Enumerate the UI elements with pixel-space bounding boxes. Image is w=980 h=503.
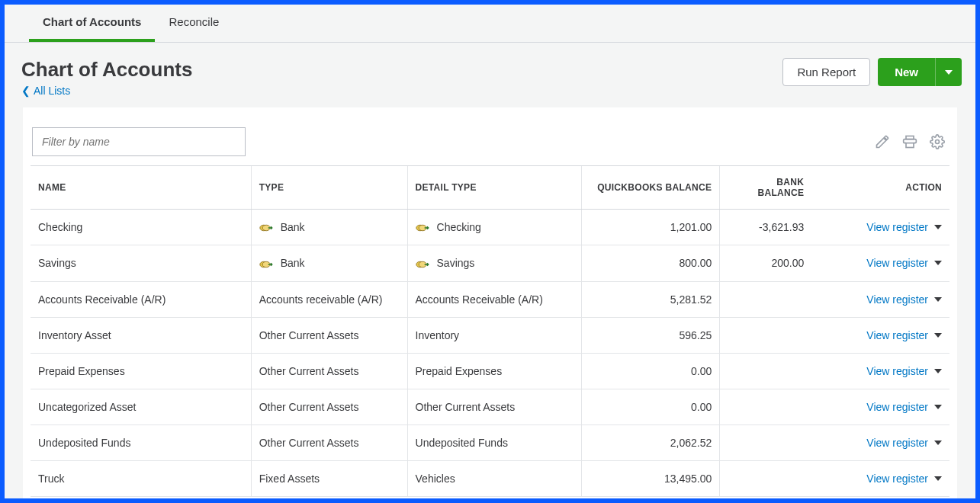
cell-qb-balance: 5,281.52 [582,281,720,317]
cell-qb-balance: 800.00 [582,245,720,281]
type-text: Other Current Assets [259,365,359,377]
caret-down-icon[interactable] [934,297,942,302]
view-register-link[interactable]: View register [866,257,942,269]
cell-name[interactable]: Truck [31,460,251,496]
cell-type: Other Current Assets [251,353,407,389]
col-qb-balance[interactable]: QUICKBOOKS BALANCE [582,166,720,210]
cell-name[interactable]: Accounts Receivable (A/R) [31,281,251,317]
table-row: Inventory AssetOther Current AssetsInven… [31,317,949,353]
header-actions: Run Report New [782,58,962,86]
cell-type: Fixed Assets [251,460,407,496]
print-icon[interactable] [902,134,917,149]
action-label: View register [866,293,928,306]
action-label: View register [866,329,928,341]
cell-bank-balance [720,353,812,389]
caret-down-icon[interactable] [934,261,942,265]
new-dropdown-button[interactable] [935,58,962,86]
cell-action: View register [811,353,949,389]
coins-icon [416,259,431,270]
detail-text: Undeposited Funds [416,437,508,449]
caret-down-icon[interactable] [934,441,942,445]
view-register-link[interactable]: View register [866,329,942,341]
cell-bank-balance [720,281,812,317]
cell-bank-balance [720,425,812,460]
view-register-link[interactable]: View register [866,293,942,306]
svg-point-2 [936,140,940,144]
type-text: Bank [281,221,305,233]
detail-text: Accounts Receivable (A/R) [416,293,543,306]
cell-detail: Prepaid Expenses [407,353,582,389]
chevron-left-icon: ❮ [21,85,31,97]
cell-name[interactable]: Checking [31,210,251,245]
cell-type: Accounts receivable (A/R) [251,281,407,317]
cell-bank-balance [720,317,812,353]
type-text: Other Current Assets [259,437,359,449]
gear-icon[interactable] [930,134,945,149]
col-detail-type[interactable]: DETAIL TYPE [407,166,582,210]
cell-name[interactable]: Savings [31,245,251,281]
cell-type: Other Current Assets [251,317,407,353]
detail-text: Prepaid Expenses [416,365,503,377]
view-register-link[interactable]: View register [866,473,942,485]
cell-type: Other Current Assets [251,425,407,460]
page-title: Chart of Accounts [21,58,192,82]
coins-icon [416,223,431,233]
tabs-bar: Chart of Accounts Reconcile [5,5,975,43]
pencil-icon[interactable] [875,134,890,149]
cell-type: Other Current Assets [251,389,407,425]
cell-qb-balance: 2,062.52 [582,425,720,460]
tab-reconcile[interactable]: Reconcile [155,5,233,42]
caret-down-icon [945,70,953,75]
cell-name[interactable]: Undeposited Funds [31,425,251,460]
caret-down-icon[interactable] [934,333,942,338]
col-name[interactable]: NAME [31,166,251,210]
cell-qb-balance: 0.00 [582,389,720,425]
view-register-link[interactable]: View register [866,365,942,377]
cell-detail: Undeposited Funds [407,425,582,460]
svg-rect-1 [906,143,914,148]
cell-name[interactable]: Inventory Asset [31,317,251,353]
cell-detail: Inventory [407,317,582,353]
col-type[interactable]: TYPE [251,166,407,210]
action-label: View register [866,221,928,233]
caret-down-icon[interactable] [934,405,942,409]
cell-name[interactable]: Uncategorized Asset [31,389,251,425]
table-row: CheckingBankChecking1,201.00-3,621.93Vie… [31,210,949,245]
type-text: Fixed Assets [259,473,320,485]
tab-chart-of-accounts[interactable]: Chart of Accounts [29,5,155,42]
table-icon-group [875,134,945,149]
col-bank-balance[interactable]: BANK BALANCE [720,166,812,210]
type-text: Bank [281,257,305,269]
detail-text: Other Current Assets [416,401,516,413]
action-label: View register [866,473,928,485]
table-row: SavingsBankSavings800.00200.00View regis… [31,245,949,281]
cell-bank-balance: 200.00 [720,245,812,281]
cell-type: Bank [251,245,407,281]
caret-down-icon[interactable] [934,225,942,229]
table-header-row: NAME TYPE DETAIL TYPE QUICKBOOKS BALANCE… [31,166,949,210]
cell-qb-balance: 1,201.00 [582,210,720,245]
run-report-button[interactable]: Run Report [782,58,870,86]
cell-detail: Other Current Assets [407,389,582,425]
type-text: Other Current Assets [259,329,359,341]
type-text: Accounts receivable (A/R) [259,293,383,306]
cell-detail: Accounts Receivable (A/R) [407,281,582,317]
new-button[interactable]: New [878,58,935,86]
breadcrumb-all-lists[interactable]: ❮ All Lists [21,85,192,97]
new-button-group: New [878,58,962,86]
detail-text: Checking [437,221,481,233]
cell-detail: Vehicles [407,460,582,496]
cell-action: View register [811,210,949,245]
caret-down-icon[interactable] [934,369,942,373]
content-card: NAME TYPE DETAIL TYPE QUICKBOOKS BALANCE… [23,107,957,498]
cell-action: View register [811,281,949,317]
view-register-link[interactable]: View register [866,221,942,233]
cell-bank-balance [720,389,812,425]
filter-input[interactable] [32,127,246,156]
caret-down-icon[interactable] [934,476,942,481]
view-register-link[interactable]: View register [866,437,942,449]
view-register-link[interactable]: View register [866,401,942,413]
cell-name[interactable]: Prepaid Expenses [31,353,251,389]
cell-type: Bank [251,210,407,245]
cell-detail: Checking [407,210,582,245]
